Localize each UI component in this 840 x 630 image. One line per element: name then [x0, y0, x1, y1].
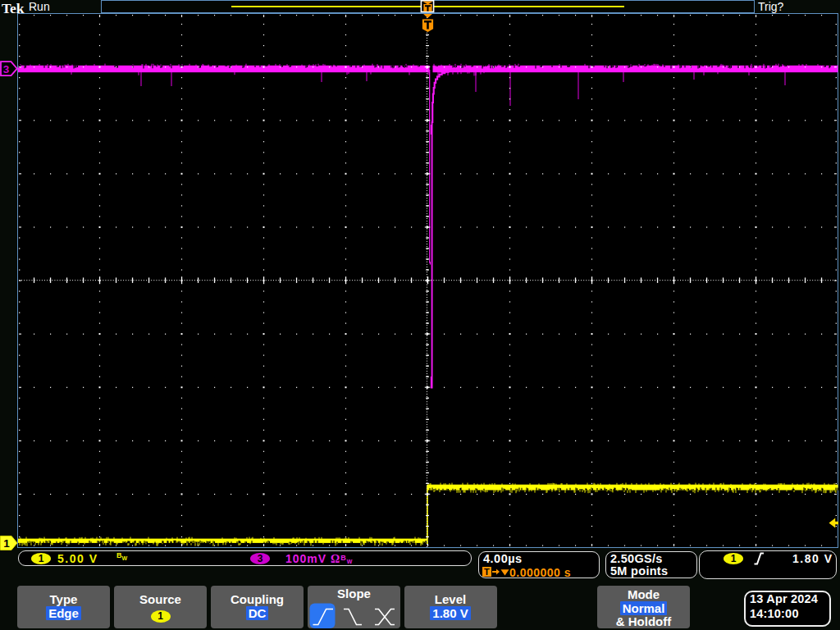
svg-text:3: 3: [3, 63, 10, 75]
svg-text:1: 1: [3, 537, 10, 550]
